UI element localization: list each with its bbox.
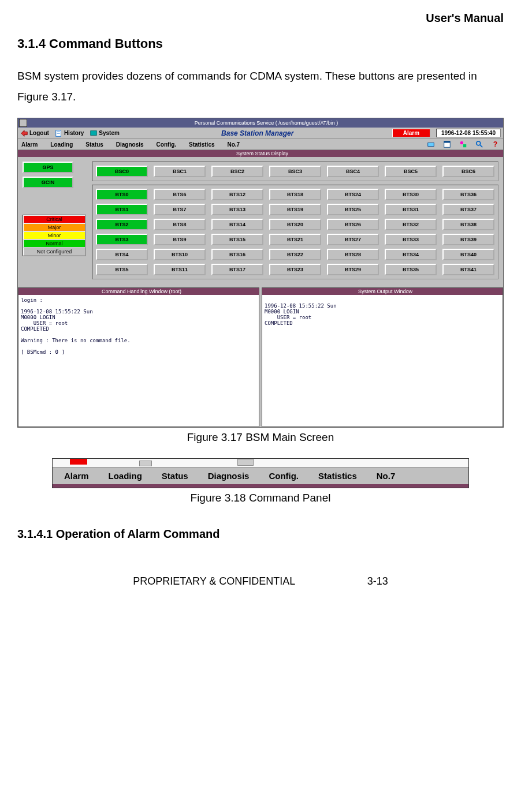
bts-button[interactable]: BTS33 [385, 234, 437, 245]
cmd-diagnosis[interactable]: Diagnosis [208, 471, 250, 481]
footer-page-number: 3-13 [367, 575, 388, 588]
cmd-sysmenu-icon[interactable] [19, 289, 25, 294]
out-sysmenu-icon[interactable] [263, 289, 269, 294]
menu-loading[interactable]: Loading [50, 141, 73, 148]
cmd-loading[interactable]: Loading [109, 471, 142, 481]
bsc-button[interactable]: BSC2 [211, 166, 263, 177]
help-icon[interactable]: ? [492, 140, 500, 148]
bts-button[interactable]: BTS4 [96, 249, 148, 260]
bsc-button[interactable]: BSC3 [269, 166, 321, 177]
cmd-config[interactable]: Config. [269, 471, 299, 481]
cmd-window-title: Command Handling Window (root) [25, 289, 258, 294]
bts-button[interactable]: BTS34 [385, 249, 437, 260]
bsm-title: Base Station Manager [125, 129, 390, 137]
bts-button[interactable]: BTS5 [96, 264, 148, 275]
bsc-button[interactable]: BSC4 [327, 166, 379, 177]
system-menu-icon[interactable] [19, 119, 27, 127]
bts-button[interactable]: BTS36 [442, 189, 494, 200]
bts-button[interactable]: BTS26 [327, 219, 379, 230]
system-label: System [99, 130, 120, 136]
figure1-caption: Figure 3.17 BSM Main Screen [17, 431, 504, 444]
svg-marker-0 [21, 130, 28, 136]
bts-button[interactable]: BTS22 [269, 249, 321, 260]
print-icon[interactable] [427, 140, 435, 148]
gps-button[interactable]: GPS [23, 162, 73, 173]
search-icon[interactable] [475, 140, 483, 148]
bts-button[interactable]: BTS14 [211, 219, 263, 230]
bts-button[interactable]: BTS28 [327, 249, 379, 260]
bts-button[interactable]: BTS18 [269, 189, 321, 200]
svg-rect-9 [463, 144, 466, 147]
svg-point-8 [460, 141, 463, 144]
command-window: Command Handling Window (root) login : 1… [18, 287, 259, 427]
cmd-no7[interactable]: No.7 [377, 471, 396, 481]
menu-config[interactable]: Config. [157, 141, 176, 148]
cmd-status[interactable]: Status [162, 471, 188, 481]
menu-status[interactable]: Status [85, 141, 103, 148]
bts-button[interactable]: BTS41 [442, 264, 494, 275]
bts-button[interactable]: BTS35 [385, 264, 437, 275]
bts-button[interactable]: BTS10 [154, 249, 206, 260]
bts-button[interactable]: BTS20 [269, 219, 321, 230]
lower-panes: Command Handling Window (root) login : 1… [18, 287, 503, 427]
bts-button[interactable]: BTS40 [442, 249, 494, 260]
bts-button[interactable]: BTS29 [327, 264, 379, 275]
system-button[interactable]: System [90, 129, 120, 137]
history-button[interactable]: History [55, 129, 84, 137]
bts-button[interactable]: BTS15 [211, 234, 263, 245]
menu-alarm[interactable]: Alarm [21, 141, 38, 148]
menu-no7[interactable]: No.7 [228, 141, 240, 148]
window-titlebar: Personal Communications Service ( /user/… [18, 118, 503, 128]
bts-button[interactable]: BTS21 [269, 234, 321, 245]
tools-icon[interactable] [459, 140, 467, 148]
bts-button[interactable]: BTS31 [385, 204, 437, 215]
command-panel-bar: Alarm Loading Status Diagnosis Config. S… [53, 467, 468, 484]
figure2-caption: Figure 3.18 Command Panel [17, 492, 504, 504]
bsc-button[interactable]: BSC0 [96, 166, 148, 177]
bsc-button[interactable]: BSC1 [154, 166, 206, 177]
bts-button[interactable]: BTS0 [96, 189, 148, 200]
page-footer: PROPRIETARY & CONFIDENTIAL 3-13 [17, 575, 504, 588]
bts-button[interactable]: BTS1 [96, 204, 148, 215]
window-icon[interactable] [443, 140, 451, 148]
logout-button[interactable]: Logout [20, 129, 49, 137]
bts-button[interactable]: BTS19 [269, 204, 321, 215]
gcin-button[interactable]: GCIN [23, 177, 73, 188]
menu-statistics[interactable]: Statistics [189, 141, 214, 148]
svg-rect-4 [91, 130, 97, 135]
bts-button[interactable]: BTS12 [211, 189, 263, 200]
menu-diagnosis[interactable]: Diagnosis [116, 141, 144, 148]
bts-button[interactable]: BTS6 [154, 189, 206, 200]
bts-button[interactable]: BTS9 [154, 234, 206, 245]
status-titlebar: System Status Display [18, 150, 503, 157]
bts-button[interactable]: BTS24 [327, 189, 379, 200]
bts-button[interactable]: BTS27 [327, 234, 379, 245]
bts-button[interactable]: BTS37 [442, 204, 494, 215]
bts-button[interactable]: BTS11 [154, 264, 206, 275]
bts-button[interactable]: BTS3 [96, 234, 148, 245]
bts-grid: BTS0BTS6BTS12BTS18BTS24BTS30BTS36BTS1BTS… [92, 185, 498, 279]
clock-display: 1996-12-08 15:55:40 [436, 129, 501, 137]
bts-button[interactable]: BTS30 [385, 189, 437, 200]
alarm-badge[interactable]: Alarm [392, 129, 430, 137]
bts-button[interactable]: BTS32 [385, 219, 437, 230]
bts-button[interactable]: BTS25 [327, 204, 379, 215]
bts-button[interactable]: BTS17 [211, 264, 263, 275]
bts-button[interactable]: BTS16 [211, 249, 263, 260]
status-title-text: System Status Display [22, 151, 503, 156]
status-body: GPS GCIN Critical Major Minor Normal Not… [18, 157, 503, 287]
bsc-button[interactable]: BSC6 [442, 166, 494, 177]
bts-button[interactable]: BTS23 [269, 264, 321, 275]
cmd-window-body[interactable]: login : 1996-12-08 15:55:22 Sun M0000 LO… [18, 295, 259, 426]
cmd-statistics[interactable]: Statistics [318, 471, 357, 481]
bts-button[interactable]: BTS7 [154, 204, 206, 215]
legend-normal: Normal [23, 240, 85, 248]
bts-button[interactable]: BTS38 [442, 219, 494, 230]
bts-button[interactable]: BTS8 [154, 219, 206, 230]
cmd-alarm[interactable]: Alarm [64, 471, 89, 481]
bts-button[interactable]: BTS13 [211, 204, 263, 215]
bsc-button[interactable]: BSC5 [385, 166, 437, 177]
legend-minor: Minor [23, 231, 85, 240]
bts-button[interactable]: BTS39 [442, 234, 494, 245]
bts-button[interactable]: BTS2 [96, 219, 148, 230]
